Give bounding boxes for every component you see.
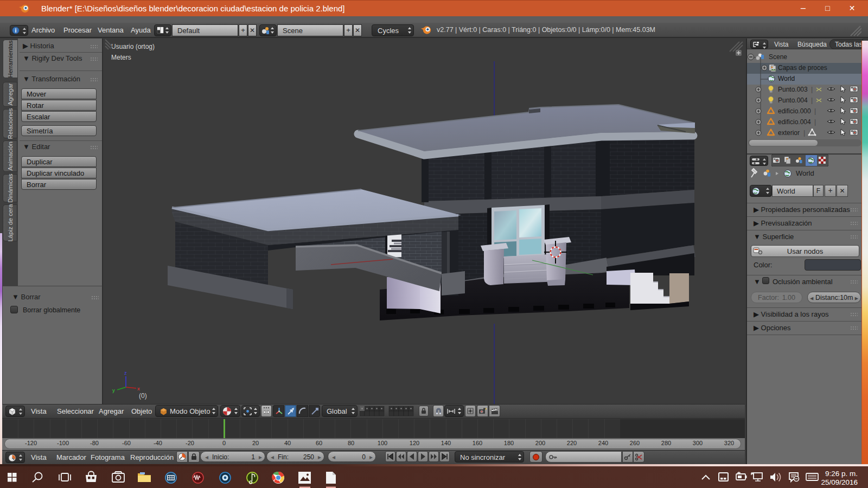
svg-text:Punto.004: Punto.004	[778, 97, 808, 104]
svg-text:|: |	[814, 107, 816, 115]
svg-text:World: World	[778, 75, 795, 82]
svg-text:edificio.004: edificio.004	[778, 118, 811, 126]
svg-text:|: |	[814, 118, 816, 126]
svg-text:Scene: Scene	[769, 53, 787, 61]
svg-text:9:26 p. m.: 9:26 p. m.	[825, 470, 858, 478]
svg-text:z: z	[124, 370, 127, 376]
svg-text:|: |	[803, 129, 805, 137]
svg-text:|: |	[811, 86, 813, 93]
svg-text:Capas de proces: Capas de proces	[778, 64, 827, 72]
svg-text:Usuario (ortog): Usuario (ortog)	[111, 43, 155, 50]
svg-text:exterior: exterior	[778, 129, 800, 137]
svg-text:i: i	[15, 28, 17, 34]
svg-text:y: y	[112, 387, 115, 393]
svg-text:(0): (0)	[139, 392, 147, 400]
svg-text:|: |	[811, 97, 813, 104]
svg-text:World: World	[796, 169, 814, 177]
svg-text:Meters: Meters	[111, 54, 131, 61]
svg-text:x: x	[137, 386, 140, 391]
svg-text:25/09/2016: 25/09/2016	[821, 478, 858, 486]
svg-text:Punto.003: Punto.003	[778, 86, 808, 93]
svg-text:edificio.000: edificio.000	[778, 107, 811, 115]
